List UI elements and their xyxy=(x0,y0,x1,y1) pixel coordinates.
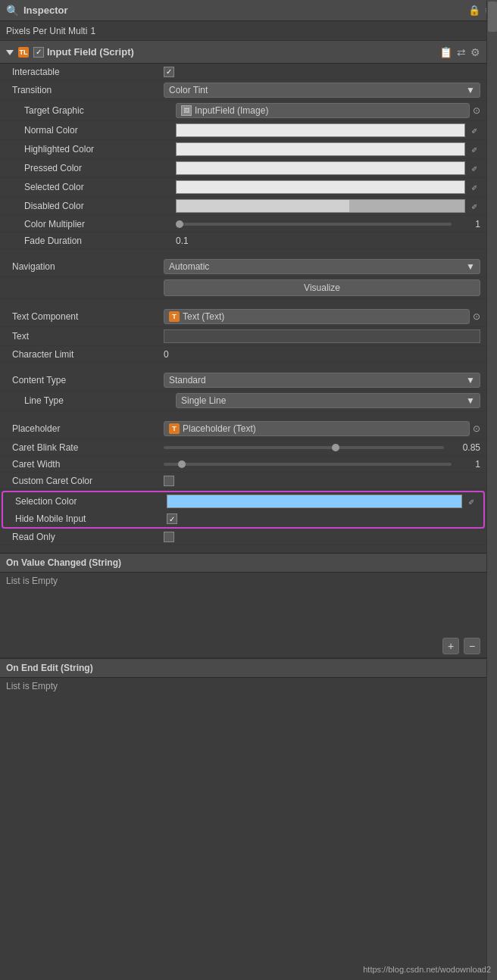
navigation-value: Automatic xyxy=(169,261,209,272)
color-multiplier-track[interactable] xyxy=(176,223,452,226)
watermark-text: https://blog.csdn.net/wodownload2 xyxy=(363,965,491,974)
placeholder-text: Placeholder (Text) xyxy=(183,423,256,434)
component-icon-2[interactable]: ⇄ xyxy=(457,46,466,58)
visualize-row: Visualize xyxy=(0,277,486,299)
normal-color-row: Normal Color ✏ xyxy=(0,121,486,140)
selection-color-label: Selection Color xyxy=(15,496,167,507)
caret-blink-slider-container: 0.85 xyxy=(164,442,480,453)
interactable-label: Interactable xyxy=(12,67,164,77)
char-limit-row: Character Limit 0 xyxy=(0,346,486,363)
selection-color-row: Selection Color ✏ xyxy=(3,492,483,510)
disabled-color-edit-icon[interactable]: ✏ xyxy=(466,198,483,215)
line-type-arrow: ▼ xyxy=(466,395,475,406)
text-input[interactable] xyxy=(164,329,480,343)
caret-blink-track[interactable] xyxy=(164,446,444,449)
selection-color-field[interactable] xyxy=(167,495,462,508)
caret-width-thumb[interactable] xyxy=(178,460,186,468)
caret-blink-thumb[interactable] xyxy=(332,444,339,451)
pressed-color-label: Pressed Color xyxy=(24,163,176,173)
selected-color-edit-icon[interactable]: ✏ xyxy=(466,179,483,196)
pressed-color-field[interactable] xyxy=(176,161,465,175)
caret-width-slider-container: 1 xyxy=(164,459,480,470)
caret-width-track[interactable] xyxy=(164,463,452,466)
navigation-dropdown[interactable]: Automatic ▼ xyxy=(164,259,480,274)
target-graphic-text: InputField (Image) xyxy=(195,105,268,116)
list-empty-2: List is Empty xyxy=(0,678,486,694)
pressed-color-edit-icon[interactable]: ✏ xyxy=(466,160,483,177)
read-only-checkbox[interactable] xyxy=(164,532,174,542)
text-component-value[interactable]: T Text (Text) xyxy=(164,309,470,324)
text-component-label: Text Component xyxy=(12,311,164,322)
placeholder-row: Placeholder T Placeholder (Text) ⊙ xyxy=(0,419,486,439)
transition-dropdown[interactable]: Color Tint ▼ xyxy=(164,83,480,98)
main-content: TL ✓ Input Field (Script) 📋 ⇄ ⚙ Interact… xyxy=(0,41,486,694)
text-component-icon: T xyxy=(169,311,180,322)
target-graphic-select-icon[interactable]: ⊙ xyxy=(473,105,480,116)
highlighted-color-edit-icon[interactable]: ✏ xyxy=(466,141,483,158)
content-type-value: Standard xyxy=(169,375,206,385)
content-type-label: Content Type xyxy=(12,375,164,385)
line-type-value: Single Line xyxy=(181,395,226,406)
target-graphic-label: Target Graphic xyxy=(24,105,176,116)
read-only-label: Read Only xyxy=(12,532,164,542)
text-component-select-icon[interactable]: ⊙ xyxy=(473,311,480,322)
transition-label: Transition xyxy=(12,85,164,95)
text-component-text: Text (Text) xyxy=(183,311,224,322)
component-icon-1[interactable]: 📋 xyxy=(439,46,452,58)
normal-color-edit-icon[interactable]: ✏ xyxy=(466,122,483,139)
placeholder-value[interactable]: T Placeholder (Text) xyxy=(164,421,470,436)
fade-duration-row: Fade Duration 0.1 xyxy=(0,233,486,249)
content-type-arrow: ▼ xyxy=(466,375,475,385)
add-event-button-1[interactable]: + xyxy=(442,638,459,654)
list-empty-1-text: List is Empty xyxy=(6,576,58,586)
disabled-color-label: Disabled Color xyxy=(24,201,176,211)
content-type-dropdown[interactable]: Standard ▼ xyxy=(164,373,480,388)
pixels-label: Pixels Per Unit Multi xyxy=(6,26,87,36)
inspector-icon: 🔍 xyxy=(6,5,19,17)
custom-caret-checkbox[interactable] xyxy=(164,476,174,486)
color-multiplier-thumb[interactable] xyxy=(176,220,183,228)
component-enabled-checkbox[interactable]: ✓ xyxy=(33,47,44,58)
interactable-row: Interactable ✓ xyxy=(0,64,486,80)
char-limit-value: 0 xyxy=(164,349,169,360)
read-only-row: Read Only xyxy=(0,529,486,545)
highlighted-color-row: Highlighted Color ✏ xyxy=(0,140,486,159)
target-graphic-row: Target Graphic 🖼 InputField (Image) ⊙ xyxy=(0,101,486,121)
hide-mobile-checkbox[interactable]: ✓ xyxy=(167,513,177,524)
component-title: Input Field (Script) xyxy=(47,46,134,58)
remove-event-button-1[interactable]: − xyxy=(464,638,480,654)
interactable-checkbox[interactable]: ✓ xyxy=(164,67,174,77)
navigation-row: Navigation Automatic ▼ xyxy=(0,257,486,277)
lock-icon[interactable]: 🔒 xyxy=(468,5,480,16)
navigation-label: Navigation xyxy=(12,261,164,272)
text-label: Text xyxy=(12,331,164,342)
pixels-per-unit-row: Pixels Per Unit Multi 1 xyxy=(0,21,497,41)
placeholder-select-icon[interactable]: ⊙ xyxy=(473,423,480,434)
disabled-color-field[interactable] xyxy=(176,199,465,213)
hide-mobile-label: Hide Mobile Input xyxy=(15,513,167,524)
caret-width-label: Caret Width xyxy=(12,459,164,470)
custom-caret-row: Custom Caret Color xyxy=(0,473,486,489)
visualize-label: Visualize xyxy=(304,282,340,293)
highlighted-color-field[interactable] xyxy=(176,142,465,156)
pressed-color-row: Pressed Color ✏ xyxy=(0,159,486,178)
target-graphic-icon: 🖼 xyxy=(181,105,192,116)
pixels-value: 1 xyxy=(90,26,95,36)
target-graphic-value[interactable]: 🖼 InputField (Image) xyxy=(176,103,470,118)
visualize-button[interactable]: Visualize xyxy=(164,279,480,296)
on-end-edit-label: On End Edit (String) xyxy=(6,663,93,673)
normal-color-field[interactable] xyxy=(176,123,465,137)
selection-color-highlight: Selection Color ✏ Hide Mobile Input ✓ xyxy=(2,491,485,529)
scrollbar-thumb[interactable] xyxy=(488,2,497,32)
ti-icon: TL xyxy=(18,47,29,58)
selection-color-edit-icon[interactable]: ✏ xyxy=(463,493,480,510)
component-settings-icon[interactable]: ⚙ xyxy=(470,46,480,58)
line-type-label: Line Type xyxy=(24,395,176,406)
line-type-dropdown[interactable]: Single Line ▼ xyxy=(176,393,480,408)
color-multiplier-slider-container: 1 xyxy=(176,219,480,229)
transition-row: Transition Color Tint ▼ xyxy=(0,80,486,101)
selected-color-field[interactable] xyxy=(176,180,465,194)
scrollbar[interactable] xyxy=(486,0,497,980)
component-header: TL ✓ Input Field (Script) 📋 ⇄ ⚙ xyxy=(0,41,486,64)
fold-arrow[interactable] xyxy=(6,47,14,58)
